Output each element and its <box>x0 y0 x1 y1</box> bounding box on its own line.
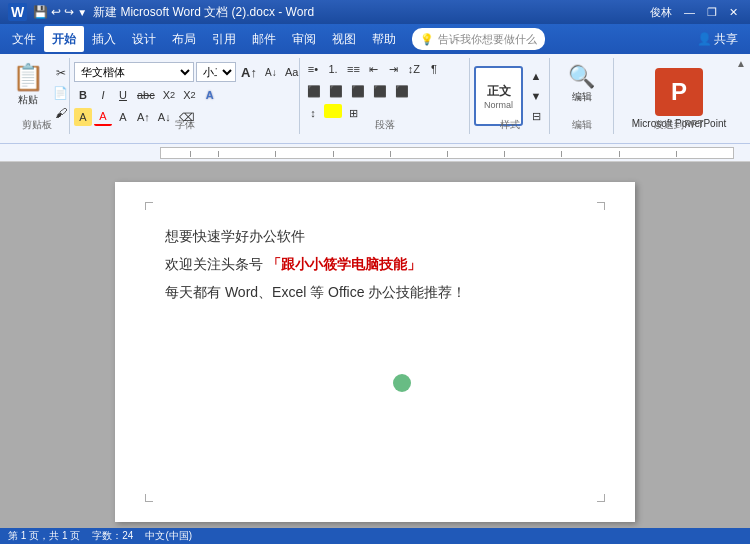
edit-group: 🔍 编辑 编辑 <box>550 58 614 134</box>
text-effect-button[interactable]: A <box>201 86 219 104</box>
clipboard-group: 📋 粘贴 ✂ 📄 🖌 剪贴板 <box>4 58 70 134</box>
corner-mark-tr <box>597 202 605 210</box>
title-bar: W 💾 ↩ ↪ ▼ 新建 Microsoft Word 文档 (2).docx … <box>0 0 750 24</box>
document-page[interactable]: 想要快速学好办公软件 欢迎关注头条号 「跟小小筱学电脑技能」 每天都有 Word… <box>115 182 635 522</box>
italic-button[interactable]: I <box>94 86 112 104</box>
multilevel-list-button[interactable]: ≡≡ <box>344 60 363 78</box>
menu-item-insert[interactable]: 插入 <box>84 26 124 52</box>
font-group: 华文楷体 小二 18 A↑ A↓ Aa B I U abc X2 X2 A <box>70 58 300 134</box>
title-left: W 💾 ↩ ↪ ▼ 新建 Microsoft Word 文档 (2).docx … <box>8 3 314 21</box>
style-down-button[interactable]: ▼ <box>527 87 545 105</box>
customize-icon[interactable]: ▼ <box>77 7 87 18</box>
style-group: 正文 Normal ▲ ▼ ⊟ 样式 <box>470 58 550 134</box>
increase-indent-button[interactable]: ⇥ <box>385 60 403 78</box>
style-up-button[interactable]: ▲ <box>527 67 545 85</box>
style-group-label: 样式 <box>470 118 549 132</box>
send-to-ppt-group: P Microsoft PowerPoint 发送到PPT <box>614 58 744 134</box>
menu-item-references[interactable]: 引用 <box>204 26 244 52</box>
menu-item-layout[interactable]: 布局 <box>164 26 204 52</box>
paste-label: 粘贴 <box>18 93 38 107</box>
word-icon: W <box>8 3 27 21</box>
ppt-group-label: 发送到PPT <box>614 118 744 132</box>
ruler <box>0 144 750 162</box>
strikethrough-button[interactable]: abc <box>134 86 158 104</box>
align-right-button[interactable]: ⬛ <box>348 82 368 100</box>
increase-font-button[interactable]: A↑ <box>238 63 260 81</box>
superscript-button[interactable]: X2 <box>180 86 198 104</box>
edit-group-label: 编辑 <box>550 118 613 132</box>
menu-bar: 文件 开始 插入 设计 布局 引用 邮件 审阅 视图 帮助 💡 告诉我你想要做什… <box>0 24 750 54</box>
font-group-label: 字体 <box>70 118 299 132</box>
language: 中文(中国) <box>145 529 192 543</box>
numbering-button[interactable]: 1. <box>324 60 342 78</box>
style-normal-label: 正文 <box>487 83 511 100</box>
show-marks-button[interactable]: ¶ <box>425 60 443 78</box>
word-count: 字数：24 <box>92 529 133 543</box>
decrease-font-button[interactable]: A↓ <box>262 63 280 81</box>
paste-button[interactable]: 📋 粘贴 <box>8 60 48 109</box>
corner-mark-bl <box>145 494 153 502</box>
align-left-button[interactable]: ⬛ <box>304 82 324 100</box>
style-normal-button[interactable]: 正文 Normal <box>474 66 523 126</box>
paragraph-group-label: 段落 <box>300 118 469 132</box>
justify-button[interactable]: ⬛ <box>370 82 390 100</box>
document-area: 想要快速学好办公软件 欢迎关注头条号 「跟小小筱学电脑技能」 每天都有 Word… <box>0 162 750 528</box>
lightbulb-icon: 💡 <box>420 33 434 46</box>
menu-item-file[interactable]: 文件 <box>4 26 44 52</box>
decrease-indent-button[interactable]: ⇤ <box>365 60 383 78</box>
corner-mark-tl <box>145 202 153 210</box>
underline-button[interactable]: U <box>114 86 132 104</box>
menu-item-review[interactable]: 审阅 <box>284 26 324 52</box>
redo-icon[interactable]: ↪ <box>64 5 74 19</box>
find-button[interactable]: 🔍 编辑 <box>560 60 603 108</box>
tell-me-box[interactable]: 💡 告诉我你想要做什么 <box>412 28 545 50</box>
undo-icon[interactable]: ↩ <box>51 5 61 19</box>
document-content: 想要快速学好办公软件 欢迎关注头条号 「跟小小筱学电脑技能」 每天都有 Word… <box>165 222 585 306</box>
subscript-button[interactable]: X2 <box>160 86 178 104</box>
menu-item-mailings[interactable]: 邮件 <box>244 26 284 52</box>
sort-button[interactable]: ↕Z <box>405 60 423 78</box>
clear-format-button[interactable]: Aa <box>282 63 301 81</box>
copy-button[interactable]: 📄 <box>50 84 71 102</box>
columns-button[interactable]: ⬛ <box>392 82 412 100</box>
title-text: 新建 Microsoft Word 文档 (2).docx - Word <box>93 4 314 21</box>
window-controls: 俊林 — ❐ ✕ <box>646 5 742 20</box>
bold-button[interactable]: B <box>74 86 92 104</box>
menu-item-home[interactable]: 开始 <box>44 26 84 52</box>
restore-button[interactable]: ❐ <box>703 6 721 19</box>
paste-icon: 📋 <box>12 62 44 93</box>
bullets-button[interactable]: ≡• <box>304 60 322 78</box>
person-icon: 👤 <box>697 32 712 46</box>
font-name-select[interactable]: 华文楷体 <box>74 62 194 82</box>
status-bar: 第 1 页，共 1 页 字数：24 中文(中国) <box>0 528 750 544</box>
save-icon[interactable]: 💾 <box>33 5 48 19</box>
share-button[interactable]: 👤 共享 <box>689 26 746 52</box>
cut-button[interactable]: ✂ <box>50 64 71 82</box>
doc-line2-prefix: 欢迎关注头条号 <box>165 256 263 272</box>
menu-item-design[interactable]: 设计 <box>124 26 164 52</box>
para-row-2: ⬛ ⬛ ⬛ ⬛ ⬛ <box>304 82 412 100</box>
menu-item-view[interactable]: 视图 <box>324 26 364 52</box>
horizontal-ruler <box>160 147 734 159</box>
doc-line-1: 想要快速学好办公软件 <box>165 222 585 250</box>
shading-button[interactable] <box>324 104 342 118</box>
menu-item-help[interactable]: 帮助 <box>364 26 404 52</box>
close-button[interactable]: ✕ <box>725 6 742 19</box>
minimize-button[interactable]: — <box>680 6 699 18</box>
style-name-label: Normal <box>484 100 513 110</box>
para-row-1: ≡• 1. ≡≡ ⇤ ⇥ ↕Z ¶ <box>304 60 443 78</box>
clipboard-group-label: 剪贴板 <box>4 118 69 132</box>
ppt-logo: P <box>655 68 703 116</box>
align-center-button[interactable]: ⬛ <box>326 82 346 100</box>
doc-line-3: 每天都有 Word、Excel 等 Office 办公技能推荐！ <box>165 278 585 306</box>
share-label: 共享 <box>714 31 738 48</box>
font-size-select[interactable]: 小二 18 <box>196 62 236 82</box>
cursor-dot <box>393 374 411 392</box>
user-name: 俊林 <box>646 5 676 20</box>
doc-line-2: 欢迎关注头条号 「跟小小筱学电脑技能」 <box>165 250 585 278</box>
quick-access-toolbar: 💾 ↩ ↪ ▼ <box>33 5 87 19</box>
corner-mark-br <box>597 494 605 502</box>
page-count: 第 1 页，共 1 页 <box>8 529 80 543</box>
find-label: 编辑 <box>572 90 592 104</box>
doc-line2-highlight: 「跟小小筱学电脑技能」 <box>267 256 421 272</box>
